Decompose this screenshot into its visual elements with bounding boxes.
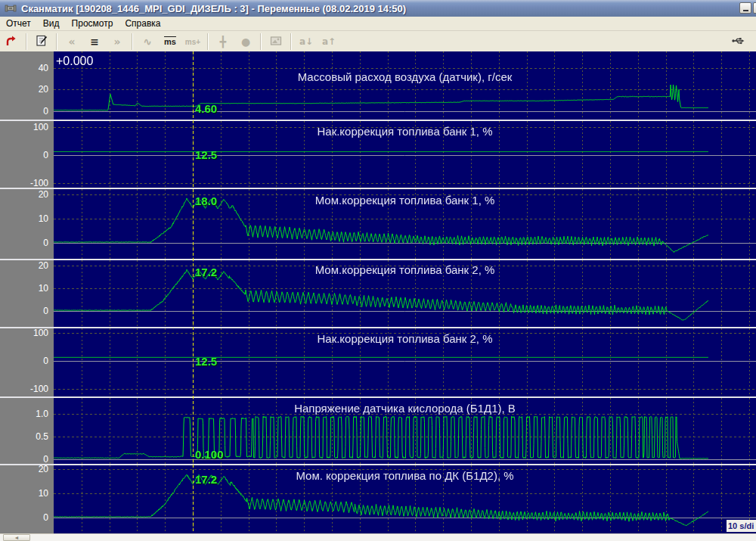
toolbar-separator — [207, 33, 209, 50]
cursor-value: 17.2 — [195, 473, 217, 486]
time-cursor[interactable] — [193, 51, 194, 533]
menu-item-вид[interactable]: Вид — [37, 17, 66, 30]
titlebar: Сканматик [190208_1446_MPI_GDI_ДИЗЕЛЬ : … — [0, 0, 756, 17]
usb-icon — [731, 34, 746, 50]
menubar: ОтчетВидПросмотрСправка — [0, 17, 756, 30]
toolbar-separator — [260, 33, 262, 50]
chevrons-left-icon: « — [68, 36, 75, 48]
y-tick-label: 20 — [0, 188, 48, 201]
marker-button[interactable]: ╋ — [213, 33, 233, 51]
list-icon: ≡ — [90, 36, 99, 48]
y-tick-label: 0 — [0, 149, 48, 161]
y-tick-label: 100 — [0, 327, 48, 339]
y-tick-label: 0 — [0, 511, 48, 524]
cursor-value: 0.100 — [195, 448, 224, 461]
chart-title: Напряжение датчика кислорода (Б1Д1), В — [54, 402, 756, 415]
y-tick-label: 0 — [0, 237, 48, 249]
page-prev-button[interactable]: « — [62, 33, 82, 51]
app-window: Сканматик [190208_1446_MPI_GDI_ДИЗЕЛЬ : … — [0, 0, 756, 541]
ms-icon: ms — [164, 37, 176, 46]
wave-icon: ∿ — [143, 36, 152, 48]
cursor-value: 12.5 — [195, 355, 217, 368]
page-next-button[interactable]: » — [107, 33, 127, 51]
chart-canvas-1[interactable] — [54, 51, 756, 120]
y-tick-label: 100 — [0, 121, 48, 133]
y-tick-label: -100 — [0, 383, 48, 395]
window-title: Сканматик [190208_1446_MPI_GDI_ДИЗЕЛЬ : … — [21, 3, 406, 14]
chart-title: Нак.коррекция топлива банк 2, % — [54, 332, 756, 345]
chart-title: Мом.коррекция топлива банк 2, % — [54, 263, 756, 276]
horizontal-scrollbar[interactable]: ◄ — [0, 533, 756, 541]
toolbar-separator — [26, 33, 27, 50]
y-tick-label: 20 — [0, 83, 48, 95]
snapshot-button[interactable] — [266, 33, 286, 51]
y-tick-label: 0 — [0, 305, 48, 317]
y-tick-label: 40 — [0, 62, 48, 74]
cursor-offset-label: +0.000 — [56, 54, 93, 68]
y-tick-label: 0 — [0, 355, 48, 367]
menu-item-отчет[interactable]: Отчет — [0, 17, 37, 30]
minimize-button[interactable] — [739, 2, 751, 14]
timebase-plus-button[interactable]: ms+ — [183, 33, 203, 51]
menu-item-справка[interactable]: Справка — [119, 17, 166, 30]
y-tick-label: 0.5 — [0, 431, 48, 443]
chart-title: Мом.коррекция топлива банк 1, % — [54, 194, 756, 207]
report-button[interactable] — [32, 33, 51, 51]
cursor-value: 17.2 — [195, 266, 217, 278]
minimize-icon — [743, 10, 748, 11]
cursor-value: 18.0 — [195, 194, 217, 207]
toolbar: «≡»∿msms+╋●a↓a↑ — [0, 30, 756, 52]
back-button[interactable] — [2, 33, 21, 51]
font-larger-button[interactable]: a↑ — [319, 33, 339, 51]
timebase-label: 10 s/di — [727, 520, 756, 532]
toolbar-separator — [290, 33, 292, 50]
variables-list-button[interactable]: ≡ — [85, 33, 104, 51]
font-smaller-button[interactable]: a↓ — [296, 33, 316, 51]
font-decrease-icon: a↓ — [299, 36, 313, 47]
toolbar-separator — [56, 33, 57, 50]
maximize-button[interactable] — [753, 2, 756, 14]
timebase-ms-button[interactable]: ms — [160, 33, 180, 51]
record-button[interactable]: ● — [236, 33, 256, 51]
image-icon — [269, 34, 283, 50]
chevrons-right-icon: » — [113, 36, 120, 48]
cursor-value: 4.60 — [195, 102, 217, 115]
y-tick-label: 20 — [0, 463, 48, 475]
back-arrow-icon — [5, 34, 18, 50]
notepad-edit-icon — [35, 34, 48, 50]
ms-plus-icon: ms+ — [185, 38, 200, 46]
usb-button[interactable] — [729, 33, 748, 51]
chart-title: Массовый расход воздуха (датчик), г/сек — [54, 70, 756, 83]
y-tick-label: 10 — [0, 282, 48, 294]
chart-title: Мом. коррекция топлива по ДК (Б1Д2), % — [54, 469, 756, 482]
app-icon — [5, 3, 17, 14]
toolbar-separator — [132, 33, 133, 50]
y-tick-label: 1.0 — [0, 408, 48, 420]
font-increase-icon: a↑ — [322, 36, 336, 47]
wave-view-button[interactable]: ∿ — [138, 33, 157, 51]
y-tick-label: 10 — [0, 487, 48, 499]
chart-area: 02040Массовый расход воздуха (датчик), г… — [0, 51, 756, 533]
menu-item-просмотр[interactable]: Просмотр — [66, 17, 119, 30]
cursor-value: 12.5 — [195, 148, 217, 161]
marker-icon: ╋ — [220, 36, 226, 48]
y-tick-label: 20 — [0, 260, 48, 272]
y-tick-label: 10 — [0, 213, 48, 225]
record-circle-icon: ● — [241, 36, 250, 48]
y-tick-label: 0 — [0, 105, 48, 117]
scroll-left-button[interactable]: ◄ — [3, 534, 30, 541]
chart-title: Нак.коррекция топлива банк 1, % — [54, 125, 756, 138]
